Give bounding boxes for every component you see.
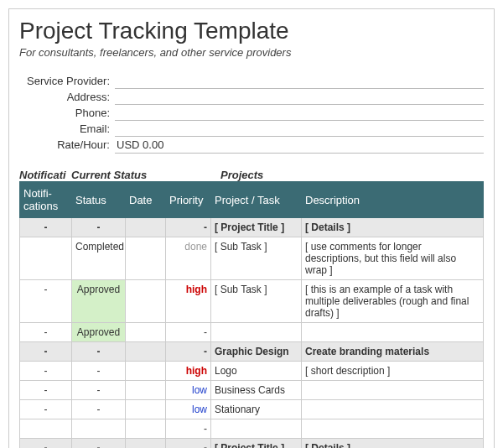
cell-desc: [ Details ]: [302, 439, 484, 449]
cell-status: [72, 419, 126, 439]
cell-priority: -: [166, 419, 211, 439]
cell-desc: [ use comments for longer descriptions, …: [302, 237, 484, 280]
table-header-row: Notifi-cations Status Date Priority Proj…: [20, 182, 484, 218]
cell-date: [126, 362, 166, 381]
cell-task: Graphic Design: [211, 342, 302, 362]
col-date: Date: [126, 182, 166, 218]
cell-notif: -: [20, 439, 72, 449]
table-row: --highLogo[ short description ]: [20, 362, 484, 381]
phone-value: [115, 106, 484, 121]
phone-label: Phone:: [23, 106, 115, 121]
rate-label: Rate/Hour:: [23, 138, 115, 154]
rate-value: USD 0.00: [115, 138, 484, 154]
cell-notif: [20, 237, 72, 280]
table-row: --lowStationary: [20, 400, 484, 419]
cell-priority: -: [166, 342, 211, 362]
cell-desc: [302, 323, 484, 342]
section-head-status: Current Status: [71, 169, 220, 181]
cell-notif: -: [20, 400, 72, 419]
cell-task: [211, 419, 302, 439]
table-row: --lowBusiness Cards: [20, 381, 484, 400]
page-subtitle: For consultants, freelancers, and other …: [19, 46, 484, 59]
cell-task: [211, 323, 302, 342]
cell-priority: -: [166, 323, 211, 342]
col-priority: Priority: [166, 182, 211, 218]
cell-desc: [ short description ]: [302, 362, 484, 381]
cell-desc: [302, 400, 484, 419]
table-row: -Approvedhigh[ Sub Task ][ this is an ex…: [20, 280, 484, 323]
cell-desc: [302, 381, 484, 400]
cell-task: Business Cards: [211, 381, 302, 400]
col-notif: Notifi-cations: [20, 182, 72, 218]
email-label: Email:: [23, 122, 115, 137]
cell-desc: [ this is an example of a task with mult…: [302, 280, 484, 323]
cell-priority: low: [166, 381, 211, 400]
cell-task: [ Project Title ]: [211, 439, 302, 449]
provider-info: Service Provider: Address: Phone: Email:…: [23, 74, 484, 154]
cell-status: -: [72, 400, 126, 419]
cell-task: Stationary: [211, 400, 302, 419]
col-task: Project / Task: [211, 182, 302, 218]
cell-date: [126, 342, 166, 362]
cell-date: [126, 381, 166, 400]
cell-status: -: [72, 362, 126, 381]
cell-status: -: [72, 342, 126, 362]
cell-date: [126, 419, 166, 439]
cell-date: [126, 237, 166, 280]
cell-desc: [302, 419, 484, 439]
table-row: -: [20, 419, 484, 439]
table-row: -Approved-: [20, 323, 484, 342]
cell-priority: done: [166, 237, 211, 280]
section-headers: Notificati Current Status Projects: [19, 169, 484, 181]
address-label: Address:: [23, 90, 115, 105]
cell-status: Approved: [72, 323, 126, 342]
cell-date: [126, 323, 166, 342]
cell-desc: Create branding materials: [302, 342, 484, 362]
cell-date: [126, 218, 166, 237]
document-container: Project Tracking Template For consultant…: [8, 8, 495, 448]
cell-desc: [ Details ]: [302, 218, 484, 237]
cell-priority: low: [166, 400, 211, 419]
cell-notif: -: [20, 280, 72, 323]
cell-notif: -: [20, 342, 72, 362]
table-row: Completeddone[ Sub Task ][ use comments …: [20, 237, 484, 280]
cell-priority: high: [166, 280, 211, 323]
cell-date: [126, 400, 166, 419]
section-head-projects: Projects: [220, 169, 484, 181]
cell-status: -: [72, 381, 126, 400]
cell-date: [126, 439, 166, 449]
provider-value: [115, 74, 484, 89]
table-row: ---[ Project Title ][ Details ]: [20, 439, 484, 449]
col-desc: Description: [302, 182, 484, 218]
cell-status: -: [72, 218, 126, 237]
tracking-table: Notifi-cations Status Date Priority Proj…: [19, 181, 484, 448]
provider-label: Service Provider:: [23, 74, 115, 89]
cell-priority: -: [166, 439, 211, 449]
page-title: Project Tracking Template: [19, 18, 484, 44]
cell-notif: -: [20, 323, 72, 342]
section-head-notif: Notificati: [19, 169, 71, 181]
cell-notif: -: [20, 381, 72, 400]
cell-priority: -: [166, 218, 211, 237]
cell-task: [ Project Title ]: [211, 218, 302, 237]
cell-task: [ Sub Task ]: [211, 237, 302, 280]
cell-priority: high: [166, 362, 211, 381]
cell-status: Completed: [72, 237, 126, 280]
cell-notif: -: [20, 362, 72, 381]
table-row: ---Graphic DesignCreate branding materia…: [20, 342, 484, 362]
email-value: [115, 122, 484, 137]
table-row: ---[ Project Title ][ Details ]: [20, 218, 484, 237]
cell-task: Logo: [211, 362, 302, 381]
cell-status: -: [72, 439, 126, 449]
cell-notif: -: [20, 218, 72, 237]
col-status: Status: [72, 182, 126, 218]
cell-status: Approved: [72, 280, 126, 323]
address-value: [115, 90, 484, 105]
cell-date: [126, 280, 166, 323]
cell-task: [ Sub Task ]: [211, 280, 302, 323]
cell-notif: [20, 419, 72, 439]
